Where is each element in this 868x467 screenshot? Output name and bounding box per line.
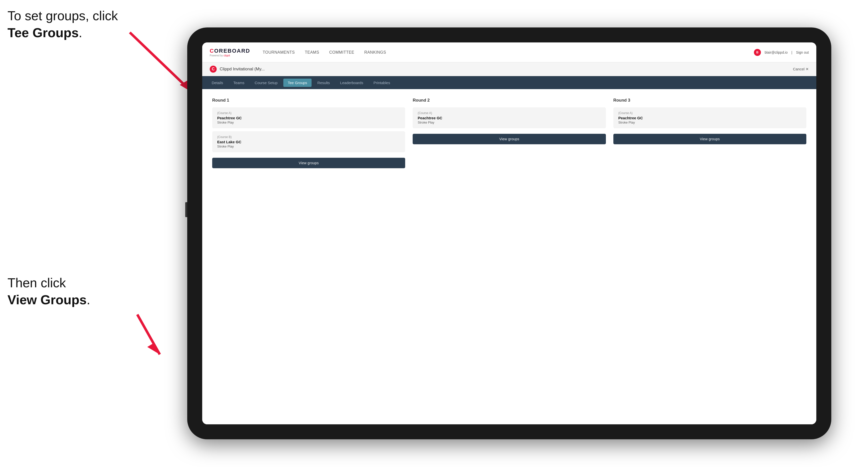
instruction-line2: Tee Groups	[7, 26, 79, 40]
tab-results[interactable]: Results	[313, 79, 334, 87]
logo-powered-by: Powered by clippit	[210, 54, 250, 57]
nav-right: B blair@clippd.io | Sign out	[754, 49, 809, 56]
round-3-course-a-label: (Course A)	[618, 111, 801, 115]
tab-tee-groups[interactable]: Tee Groups	[283, 79, 312, 87]
round-3-course-a-name: Peachtree GC	[618, 116, 801, 120]
round-1-course-a-card: (Course A) Peachtree GC Stroke Play	[212, 107, 405, 128]
top-nav: COREBOARD Powered by clippit TOURNAMENTS…	[202, 42, 816, 62]
round-2-course-a-name: Peachtree GC	[417, 116, 601, 120]
instruction-bottom-line2: View Groups	[7, 292, 87, 307]
round-2-course-a-label: (Course A)	[417, 111, 601, 115]
round-3-view-groups-button[interactable]: View groups	[613, 134, 806, 144]
logo-area: COREBOARD Powered by clippit	[210, 48, 250, 57]
round-1-course-b-name: East Lake GC	[217, 140, 400, 144]
nav-links: TOURNAMENTS TEAMS COMMITTEE RANKINGS	[262, 49, 754, 56]
round-1-title: Round 1	[212, 98, 405, 103]
svg-line-0	[130, 32, 192, 92]
tab-leaderboards[interactable]: Leaderboards	[336, 79, 368, 87]
round-1-course-b-card: (Course B) East Lake GC Stroke Play	[212, 131, 405, 152]
tournament-icon: C	[210, 66, 217, 73]
tablet-side-button	[185, 202, 187, 217]
round-1-course-a-name: Peachtree GC	[217, 116, 400, 120]
tab-bar: Details Teams Course Setup Tee Groups Re…	[202, 76, 816, 89]
tab-teams[interactable]: Teams	[229, 79, 249, 87]
cancel-button[interactable]: Cancel ✕	[793, 67, 809, 71]
round-3-course-a-card: (Course A) Peachtree GC Stroke Play	[613, 107, 806, 128]
instruction-bottom: Then click View Groups.	[7, 275, 90, 308]
nav-committee[interactable]: COMMITTEE	[329, 49, 354, 56]
user-avatar: B	[754, 49, 761, 56]
tab-details[interactable]: Details	[207, 79, 228, 87]
round-2-view-groups-button[interactable]: View groups	[413, 134, 606, 144]
nav-tournaments[interactable]: TOURNAMENTS	[262, 49, 295, 56]
arrow-view-groups	[87, 307, 167, 362]
logo-c-letter: C	[210, 48, 214, 54]
round-1-section: Round 1 (Course A) Peachtree GC Stroke P…	[212, 98, 405, 168]
round-1-course-a-format: Stroke Play	[217, 121, 400, 124]
logo-scoreboard: COREBOARD	[210, 48, 250, 54]
round-2-section: Round 2 (Course A) Peachtree GC Stroke P…	[413, 98, 606, 168]
tournament-bar: C Clippd Invitational (My... Cancel ✕	[202, 62, 816, 76]
instruction-line1: To set groups, click	[7, 8, 118, 23]
instruction-bottom-line1: Then click	[7, 276, 66, 290]
rounds-grid: Round 1 (Course A) Peachtree GC Stroke P…	[212, 98, 806, 168]
round-1-course-b-label: (Course B)	[217, 135, 400, 139]
main-content: Round 1 (Course A) Peachtree GC Stroke P…	[202, 89, 816, 424]
user-email: blair@clippd.io	[765, 51, 787, 54]
round-1-course-b-format: Stroke Play	[217, 145, 400, 148]
round-2-title: Round 2	[413, 98, 606, 103]
round-1-view-groups-button[interactable]: View groups	[212, 158, 405, 168]
sign-out-link[interactable]: Sign out	[796, 51, 809, 54]
tournament-name: Clippd Invitational (My...	[220, 67, 793, 72]
instruction-top: To set groups, click Tee Groups.	[7, 7, 118, 41]
round-2-course-a-card: (Course A) Peachtree GC Stroke Play	[413, 107, 606, 128]
round-2-course-a-format: Stroke Play	[417, 121, 601, 124]
tab-course-setup[interactable]: Course Setup	[250, 79, 282, 87]
nav-teams[interactable]: TEAMS	[305, 49, 319, 56]
round-3-title: Round 3	[613, 98, 806, 103]
svg-line-2	[137, 314, 160, 354]
round-1-course-a-label: (Course A)	[217, 111, 400, 115]
round-3-course-a-format: Stroke Play	[618, 121, 801, 124]
tablet-screen: COREBOARD Powered by clippit TOURNAMENTS…	[202, 42, 816, 424]
round-3-section: Round 3 (Course A) Peachtree GC Stroke P…	[613, 98, 806, 168]
nav-rankings[interactable]: RANKINGS	[364, 49, 386, 56]
tab-printables[interactable]: Printables	[369, 79, 395, 87]
tablet: COREBOARD Powered by clippit TOURNAMENTS…	[187, 27, 831, 439]
svg-marker-3	[147, 343, 160, 354]
